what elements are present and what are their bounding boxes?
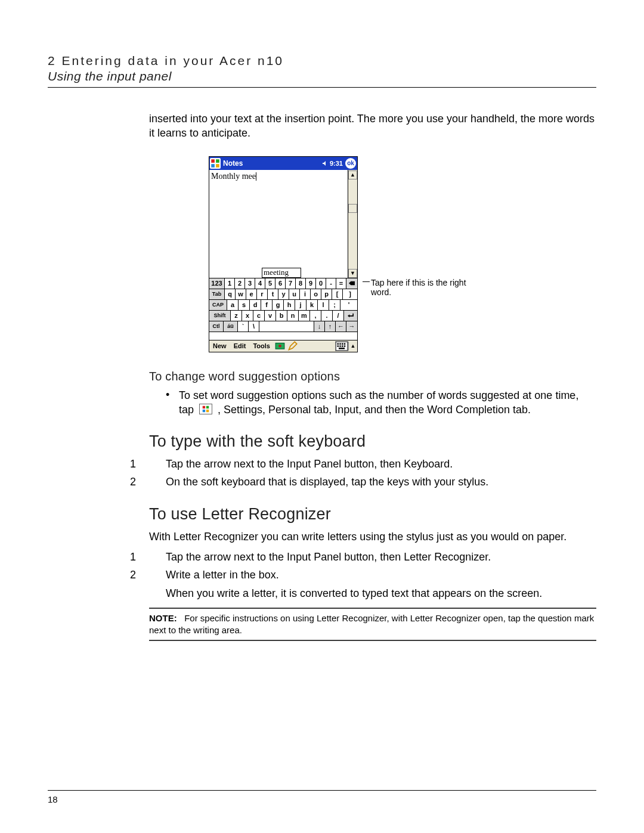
key-u[interactable]: u [289,289,300,299]
start-flag-icon [199,404,212,414]
key-equals[interactable]: = [336,278,346,289]
scroll-down-icon[interactable]: ▼ [348,269,357,278]
heading-change-word-suggestion: To change word suggestion options [149,370,596,383]
svg-rect-3 [216,164,219,168]
key-s[interactable]: s [239,300,250,310]
bullet-text: To set word suggestion options such as t… [179,388,596,417]
key-6[interactable]: 6 [275,278,286,289]
key-enter[interactable] [344,311,357,321]
ok-button[interactable]: ok [345,158,356,169]
pen-icon[interactable] [287,342,298,351]
menu-edit[interactable]: Edit [230,342,250,349]
key-123[interactable]: 123 [209,278,225,289]
step-text: Write a letter in the box. When you writ… [166,568,542,600]
enter-icon [348,312,354,318]
key-r[interactable]: r [257,289,268,299]
key-w[interactable]: w [236,289,246,299]
key-backspace[interactable] [346,278,357,289]
record-icon[interactable] [275,342,285,351]
key-e[interactable]: e [246,289,257,299]
key-o[interactable]: o [311,289,321,299]
word-suggestion-popup[interactable]: meeting [262,268,301,278]
vertical-scrollbar[interactable]: ▲ ▼ [348,170,357,278]
key-i[interactable]: i [300,289,311,299]
key-5[interactable]: 5 [265,278,275,289]
key-caps[interactable]: CAP [209,300,227,310]
key-p[interactable]: p [321,289,332,299]
key-d[interactable]: d [250,300,261,310]
key-0[interactable]: 0 [316,278,326,289]
key-3[interactable]: 3 [245,278,255,289]
key-q[interactable]: q [225,289,236,299]
key-right[interactable]: → [346,321,357,332]
key-4[interactable]: 4 [255,278,265,289]
svg-rect-11 [338,345,339,347]
key-8[interactable]: 8 [296,278,306,289]
key-g[interactable]: g [273,300,284,310]
key-m[interactable]: m [299,311,310,321]
heading-letter-recognizer: To use Letter Recognizer [149,505,596,524]
key-t[interactable]: t [268,289,278,299]
key-2[interactable]: 2 [235,278,245,289]
key-accent[interactable]: áü [224,321,238,332]
soft-keyboard: 123 1 2 3 4 5 6 7 8 9 0 - = [209,278,357,340]
key-v[interactable]: v [265,311,276,321]
key-h[interactable]: h [284,300,295,310]
key-f[interactable]: f [261,300,273,310]
key-a[interactable]: a [227,300,239,310]
key-z[interactable]: z [231,311,242,321]
manual-page: 2 Entering data in your Acer n10 Using t… [0,0,644,833]
chapter-title: 2 Entering data in your Acer n10 [48,54,596,68]
key-comma[interactable]: , [310,311,321,321]
key-grave[interactable]: ` [238,321,249,332]
scroll-thumb[interactable] [348,204,357,213]
key-rbracket[interactable]: ] [343,289,357,299]
key-tab[interactable]: Tab [209,289,225,299]
key-x[interactable]: x [242,311,253,321]
key-c[interactable]: c [253,311,265,321]
key-up[interactable]: ↑ [325,321,336,332]
key-9[interactable]: 9 [306,278,316,289]
key-backslash[interactable]: \ [249,321,259,332]
key-left[interactable]: ← [336,321,346,332]
note-rule-top [149,608,596,609]
key-slash[interactable]: / [333,311,344,321]
note-block: NOTE: For specific instructions on using… [149,612,596,637]
key-lbracket[interactable]: [ [332,289,343,299]
input-panel-keyboard-icon[interactable] [335,341,348,351]
kb-row-3: CAP a s d f g h j k l ; ' [209,299,357,310]
menu-tools[interactable]: Tools [249,342,274,349]
key-l[interactable]: l [318,300,329,310]
svg-rect-13 [342,345,343,347]
input-panel-menu-arrow-icon[interactable]: ▲ [348,342,357,351]
key-n[interactable]: n [287,311,299,321]
key-minus[interactable]: - [326,278,336,289]
note-text-area[interactable]: Monthly mee [209,170,348,278]
pda-titlebar: Notes 9:31 ok [209,157,357,170]
pda-screenshot: Notes 9:31 ok Monthly mee [209,156,358,352]
key-b[interactable]: b [276,311,287,321]
bullet-marker: • [166,388,179,417]
key-period[interactable]: . [321,311,333,321]
key-semicolon[interactable]: ; [329,300,340,310]
key-1[interactable]: 1 [225,278,235,289]
svg-rect-1 [216,159,219,163]
list-item: 2 On the soft keyboard that is displayed… [166,475,596,489]
header-rule [48,87,596,88]
letter-rec-intro: With Letter Recognizer you can write let… [149,529,596,544]
key-space[interactable] [259,321,314,332]
start-flag-icon[interactable] [210,158,221,169]
key-down[interactable]: ↓ [314,321,325,332]
key-quote[interactable]: ' [340,300,357,310]
note-rule-bottom [149,640,596,641]
scroll-up-icon[interactable]: ▲ [348,171,357,179]
step-number: 1 [130,457,166,471]
menu-new[interactable]: New [209,342,230,349]
key-ctl[interactable]: Ctl [209,321,224,332]
key-y[interactable]: y [278,289,289,299]
content-area: inserted into your text at the insertion… [149,112,596,641]
key-j[interactable]: j [295,300,306,310]
key-7[interactable]: 7 [286,278,296,289]
key-shift[interactable]: Shift [209,311,231,321]
key-k[interactable]: k [306,300,318,310]
